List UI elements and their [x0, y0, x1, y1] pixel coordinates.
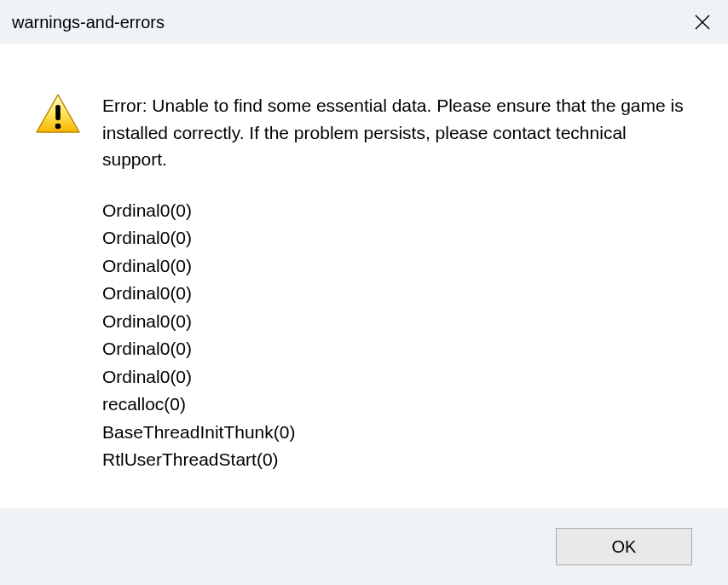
message-column: Error: Unable to find some essential dat…	[102, 92, 694, 474]
icon-column	[34, 92, 102, 136]
stack-line: Ordinal0(0)	[102, 308, 685, 336]
stack-line: Ordinal0(0)	[102, 224, 685, 252]
warning-icon	[34, 92, 82, 136]
stack-trace: Ordinal0(0)Ordinal0(0)Ordinal0(0)Ordinal…	[102, 197, 685, 474]
stack-line: RtlUserThreadStart(0)	[102, 446, 685, 474]
stack-line: Ordinal0(0)	[102, 197, 685, 225]
dialog-body: Error: Unable to find some essential dat…	[0, 44, 728, 508]
error-message: Error: Unable to find some essential dat…	[102, 92, 685, 173]
dialog-footer: OK	[0, 508, 728, 585]
stack-line: recalloc(0)	[102, 391, 685, 419]
svg-point-4	[55, 124, 61, 130]
stack-line: Ordinal0(0)	[102, 280, 685, 308]
close-button[interactable]	[677, 0, 728, 44]
stack-line: Ordinal0(0)	[102, 363, 685, 391]
window-title: warnings-and-errors	[12, 13, 165, 32]
svg-rect-3	[55, 105, 61, 120]
ok-button[interactable]: OK	[556, 528, 692, 565]
stack-line: Ordinal0(0)	[102, 252, 685, 281]
stack-line: BaseThreadInitThunk(0)	[102, 419, 685, 447]
stack-line: Ordinal0(0)	[102, 335, 685, 363]
titlebar: warnings-and-errors	[0, 0, 728, 44]
close-icon	[694, 14, 711, 31]
